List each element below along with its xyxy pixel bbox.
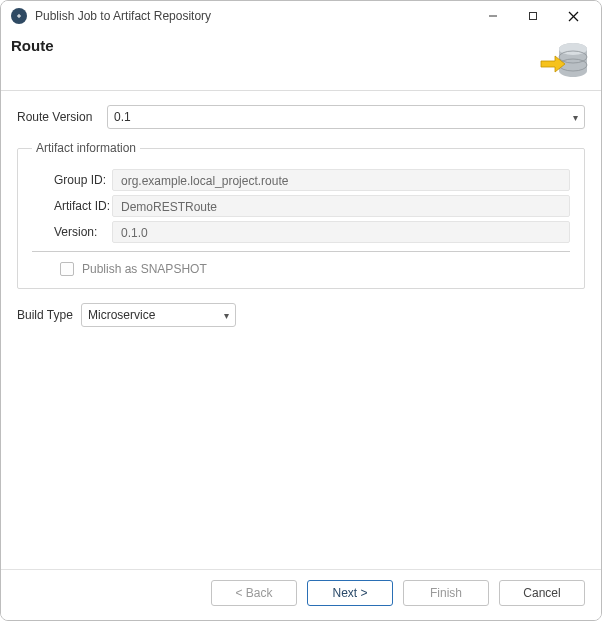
page-title: Route — [11, 37, 585, 54]
chevron-down-icon: ▾ — [573, 112, 578, 123]
maximize-button[interactable] — [513, 2, 553, 30]
artifact-id-field: DemoRESTRoute — [112, 195, 570, 217]
wizard-footer: < Back Next > Finish Cancel — [1, 569, 601, 620]
svg-point-6 — [559, 43, 587, 55]
divider — [32, 251, 570, 252]
build-type-value: Microservice — [88, 308, 224, 322]
chevron-down-icon: ▾ — [224, 310, 229, 321]
wizard-content: Route Version 0.1 ▾ Artifact information… — [1, 91, 601, 569]
group-id-label: Group ID: — [32, 173, 112, 187]
artifact-id-label: Artifact ID: — [32, 199, 112, 213]
publish-snapshot-label: Publish as SNAPSHOT — [82, 262, 207, 276]
route-version-select[interactable]: 0.1 ▾ — [107, 105, 585, 129]
route-version-value: 0.1 — [114, 110, 573, 124]
finish-button[interactable]: Finish — [403, 580, 489, 606]
back-button[interactable]: < Back — [211, 580, 297, 606]
version-label: Version: — [32, 225, 112, 239]
close-button[interactable] — [553, 2, 593, 30]
minimize-button[interactable] — [473, 2, 513, 30]
build-type-select[interactable]: Microservice ▾ — [81, 303, 236, 327]
artifact-information-group: Artifact information Group ID: org.examp… — [17, 141, 585, 289]
version-field: 0.1.0 — [112, 221, 570, 243]
build-type-label: Build Type — [17, 308, 81, 322]
svg-rect-2 — [530, 13, 537, 20]
route-version-label: Route Version — [17, 110, 107, 124]
artifact-information-legend: Artifact information — [32, 141, 140, 155]
group-id-field: org.example.local_project.route — [112, 169, 570, 191]
app-icon — [11, 8, 27, 24]
window-title: Publish Job to Artifact Repository — [35, 9, 211, 23]
titlebar: Publish Job to Artifact Repository — [1, 1, 601, 31]
next-button[interactable]: Next > — [307, 580, 393, 606]
database-arrow-icon — [539, 35, 591, 90]
publish-snapshot-checkbox[interactable] — [60, 262, 74, 276]
cancel-button[interactable]: Cancel — [499, 580, 585, 606]
wizard-header: Route — [1, 31, 601, 91]
